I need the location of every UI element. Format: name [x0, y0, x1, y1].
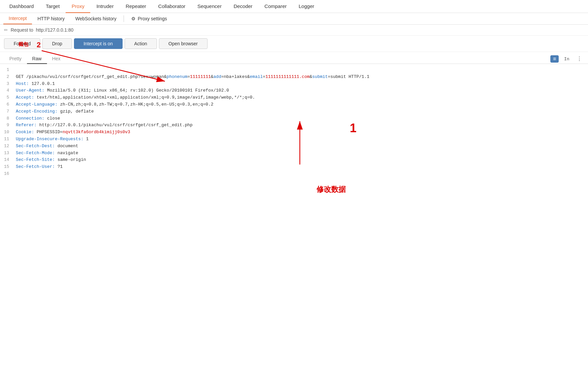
line-16 [16, 178, 19, 183]
pencil-icon: ✏ [4, 27, 8, 33]
line-1: GET /pikachu/vul/csrf/csrfget/csrf_get_e… [16, 74, 369, 79]
line-12: Sec-Fetch-Mode: navigate [16, 151, 78, 156]
subnav-http-history[interactable]: HTTP history [32, 13, 70, 24]
line-num-16: 16 [4, 171, 9, 178]
nav-item-sequencer[interactable]: Sequencer [192, 0, 228, 13]
main-content: 截包 2 1 修改数据 ✏ Request to [0, 25, 588, 194]
request-bar: ✏ Request to http://127.0.0.1:80 [0, 25, 588, 36]
line-10: Upgrade-Insecure-Requests: 1 [16, 137, 89, 142]
line-num-4: 4 [4, 87, 9, 94]
nav-item-repeater[interactable]: Repeater [120, 0, 152, 13]
line-9: Cookie: PHPSESSID=nqvtt3kfa6ordb4kimijj0… [16, 130, 130, 135]
line-num-9: 9 [4, 122, 9, 129]
line-num-2: 2 [4, 74, 9, 81]
proxy-settings-link[interactable]: ⚙ Proxy settings [126, 13, 172, 24]
line-num-10: 10 [4, 129, 9, 136]
nav-item-collaborator[interactable]: Collaborator [152, 0, 192, 13]
line-num-11: 11 [4, 136, 9, 143]
line-6: Accept-Encoding: gzip, deflate [16, 109, 94, 114]
action-button[interactable]: Action [125, 38, 157, 49]
toolbar: Forward Drop Intercept is on Action Open… [0, 36, 588, 52]
intercept-toggle-button[interactable]: Intercept is on [74, 38, 123, 49]
line-num-1: 1 [4, 67, 9, 74]
line-num-5: 5 [4, 94, 9, 101]
line-15 [16, 171, 19, 176]
line-7: Connection: close [16, 116, 60, 121]
line-num-6: 6 [4, 101, 9, 108]
request-text-area[interactable]: GET /pikachu/vul/csrf/csrfget/csrf_get_e… [12, 64, 588, 194]
nav-item-dashboard[interactable]: Dashboard [3, 0, 40, 13]
forward-button[interactable]: Forward [4, 38, 40, 49]
indent-icon[interactable]: In [562, 56, 571, 62]
line-11: Sec-Fetch-Dest: document [16, 144, 78, 149]
line-num-14: 14 [4, 157, 9, 164]
line-num-8: 8 [4, 115, 9, 122]
request-content-area: 1 2 3 4 5 6 7 8 9 10 11 12 13 14 15 16 G… [0, 64, 588, 194]
line-13: Sec-Fetch-Site: same-origin [16, 157, 86, 162]
line-num-13: 13 [4, 150, 9, 157]
content-tabs: Pretty Raw Hex ≡ In ⋮ [0, 52, 588, 64]
line-3: User-Agent: Mozilla/5.0 (X11; Linux x86_… [16, 88, 229, 93]
request-prefix: Request to [11, 27, 33, 33]
nav-divider [124, 15, 124, 22]
tab-pretty[interactable]: Pretty [4, 54, 27, 64]
nav-item-decoder[interactable]: Decoder [228, 0, 259, 13]
line-numbers: 1 2 3 4 5 6 7 8 9 10 11 12 13 14 15 16 [0, 64, 12, 194]
subnav-websockets-history[interactable]: WebSockets history [70, 13, 122, 24]
tab-icons: ≡ In ⋮ [550, 55, 584, 63]
nav-item-target[interactable]: Target [40, 0, 66, 13]
line-14: Sec-Fetch-User: ?1 [16, 164, 63, 169]
settings-icon: ⚙ [131, 16, 136, 21]
tab-hex[interactable]: Hex [47, 54, 66, 64]
nav-item-proxy[interactable]: Proxy [66, 0, 90, 13]
subnav-intercept[interactable]: Intercept [3, 13, 32, 24]
nav-item-logger[interactable]: Logger [293, 0, 320, 13]
line-8: Referer: http://127.0.0.1/pikachu/vul/cs… [16, 123, 193, 128]
top-navigation: Dashboard Target Proxy Intruder Repeater… [0, 0, 588, 13]
line-num-15: 15 [4, 164, 9, 171]
line-num-3: 3 [4, 81, 9, 88]
line-4: Accept: text/html,application/xhtml+xml,… [16, 95, 255, 100]
proxy-settings-label: Proxy settings [138, 16, 167, 21]
line-5: Accept-Language: zh-CN,zh;q=0.8,zh-TW;q=… [16, 102, 214, 107]
drop-button[interactable]: Drop [42, 38, 72, 49]
line-2: Host: 127.0.0.1 [16, 81, 55, 86]
nav-item-intruder[interactable]: Intruder [90, 0, 120, 13]
request-url: http://127.0.0.1:80 [36, 27, 74, 33]
open-browser-button[interactable]: Open browser [159, 38, 208, 49]
wrap-text-icon[interactable]: ≡ [550, 55, 559, 63]
sub-navigation: Intercept HTTP history WebSockets histor… [0, 13, 588, 25]
more-options-icon[interactable]: ⋮ [575, 55, 584, 63]
nav-item-comparer[interactable]: Comparer [259, 0, 293, 13]
tab-raw[interactable]: Raw [27, 54, 47, 64]
line-num-12: 12 [4, 143, 9, 150]
line-num-7: 7 [4, 108, 9, 115]
